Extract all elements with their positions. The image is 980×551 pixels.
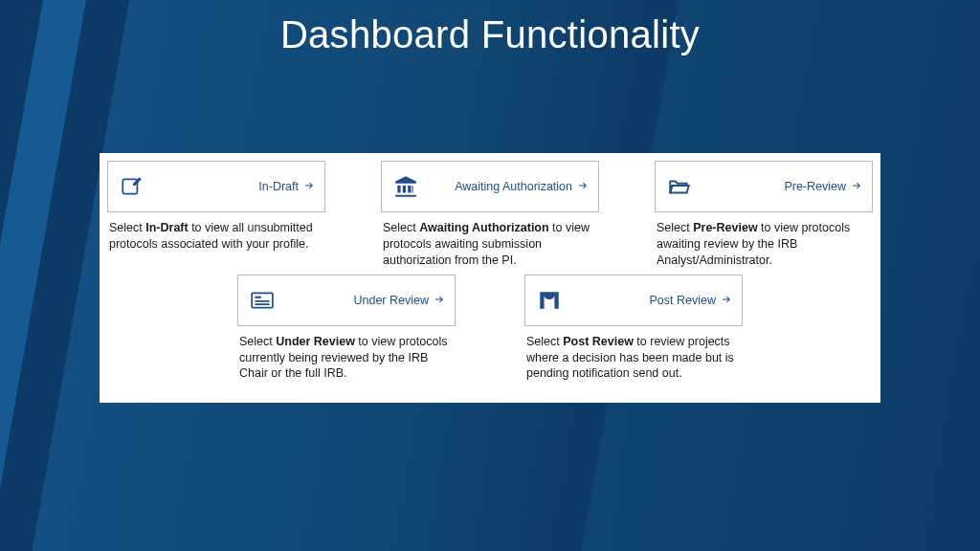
tile-link-post-review[interactable]: Post Review (650, 292, 732, 309)
svg-rect-3 (255, 300, 269, 302)
tile-card-under-review[interactable]: Under Review (237, 275, 456, 326)
arrow-right-icon (721, 292, 732, 309)
tile-link-label: Post Review (650, 294, 716, 307)
arrow-right-icon (303, 178, 315, 195)
tile-link-label: In-Draft (258, 180, 299, 193)
slide: Dashboard Functionality In-Draft (0, 0, 980, 551)
tile-awaiting-authorization: Awaiting Authorization Select Awaiting A… (381, 161, 599, 269)
edit-icon (120, 174, 145, 199)
desc-bold: In-Draft (145, 221, 188, 234)
tile-post-review: Post Review Select Post Review to review… (524, 275, 743, 383)
tile-card-pre-review[interactable]: Pre-Review (655, 161, 873, 212)
institution-icon (393, 174, 418, 199)
desc-pre: Select (239, 335, 276, 348)
arrow-right-icon (434, 292, 445, 309)
tile-pre-review: Pre-Review Select Pre-Review to view pro… (655, 161, 873, 269)
slide-title: Dashboard Functionality (0, 0, 980, 56)
arrow-right-icon (577, 178, 589, 195)
desc-bold: Awaiting Authorization (419, 221, 548, 234)
arrow-right-icon (851, 178, 862, 195)
desc-bold: Post Review (563, 335, 634, 348)
tile-link-label: Pre-Review (784, 180, 846, 193)
tile-desc-under-review: Select Under Review to view protocols cu… (237, 334, 456, 383)
desc-pre: Select (109, 221, 145, 234)
tile-in-draft: In-Draft Select In-Draft to view all uns… (107, 161, 325, 269)
tile-under-review: Under Review Select Under Review to view… (237, 275, 456, 383)
svg-rect-2 (255, 296, 261, 298)
tile-card-in-draft[interactable]: In-Draft (107, 161, 325, 212)
tile-link-in-draft[interactable]: In-Draft (258, 178, 315, 195)
desc-pre: Select (526, 335, 563, 348)
tile-link-label: Awaiting Authorization (455, 180, 572, 193)
tile-row-1: In-Draft Select In-Draft to view all uns… (107, 161, 873, 269)
tile-desc-in-draft: Select In-Draft to view all unsubmitted … (107, 220, 325, 253)
desc-pre: Select (657, 221, 693, 234)
tile-card-post-review[interactable]: Post Review (524, 275, 743, 326)
desc-bold: Pre-Review (693, 221, 757, 234)
dashboard-panel: In-Draft Select In-Draft to view all uns… (100, 153, 880, 403)
tile-row-2: Under Review Select Under Review to view… (107, 275, 873, 383)
tile-link-under-review[interactable]: Under Review (353, 292, 445, 309)
desc-bold: Under Review (276, 335, 355, 348)
svg-rect-4 (255, 303, 269, 305)
tile-desc-pre-review: Select Pre-Review to view protocols awai… (655, 220, 873, 269)
tile-card-awaiting-authorization[interactable]: Awaiting Authorization (381, 161, 599, 212)
tile-link-label: Under Review (353, 294, 429, 307)
list-card-icon (250, 288, 275, 313)
tile-desc-post-review: Select Post Review to review projects wh… (524, 334, 743, 383)
tile-link-pre-review[interactable]: Pre-Review (784, 178, 862, 195)
folder-open-icon (667, 174, 692, 199)
tile-desc-awaiting-authorization: Select Awaiting Authorization to view pr… (381, 220, 599, 269)
arch-icon (537, 288, 562, 313)
tile-link-awaiting-authorization[interactable]: Awaiting Authorization (455, 178, 589, 195)
desc-pre: Select (383, 221, 419, 234)
